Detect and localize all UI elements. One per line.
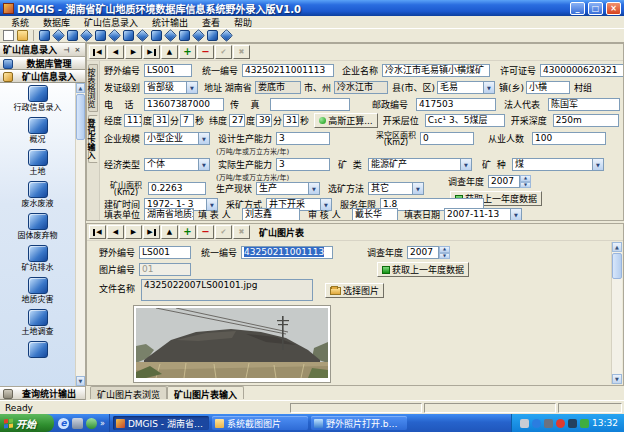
- survey-year-input[interactable]: 2007: [407, 246, 439, 259]
- cert-level-combo[interactable]: 省部级▼: [144, 81, 198, 94]
- open-folder-icon[interactable]: [17, 30, 28, 41]
- tray-icon[interactable]: [520, 419, 529, 428]
- scroll-thumb[interactable]: [76, 94, 85, 140]
- sidebar-item-mine-drainage[interactable]: 矿坑排水: [0, 245, 75, 272]
- tab-picture-browse[interactable]: 矿山图片表浏览: [90, 386, 167, 399]
- quick-launch-icon[interactable]: [86, 418, 97, 429]
- last-record-button[interactable]: ▶: [143, 45, 160, 59]
- lon-deg-input[interactable]: 111: [124, 114, 142, 127]
- scale-combo[interactable]: 小型企业▼: [144, 132, 210, 145]
- mine-area-input[interactable]: 0.2263: [148, 182, 206, 195]
- add-record-button[interactable]: +: [179, 225, 196, 239]
- up-record-button[interactable]: ▲: [161, 225, 178, 239]
- scroll-down-icon[interactable]: ▼: [612, 374, 622, 384]
- close-icon[interactable]: ×: [73, 46, 82, 54]
- start-button[interactable]: 开始: [0, 414, 54, 432]
- company-input[interactable]: 冷水江市毛易镇小横煤矿: [382, 64, 490, 77]
- sidebar-item-overview[interactable]: 概况: [0, 117, 75, 144]
- field-no-input[interactable]: LS001: [139, 246, 191, 259]
- dressing-method-combo[interactable]: 其它▼: [368, 182, 424, 195]
- toolbar-icon-11[interactable]: [179, 30, 190, 41]
- task-screenshots-folder[interactable]: 系统截图图片: [212, 416, 308, 430]
- toolbar-icon-5[interactable]: [95, 30, 106, 41]
- toolbar-icon-13[interactable]: [207, 30, 218, 41]
- toolbar-icon-6[interactable]: [108, 29, 121, 42]
- license-input[interactable]: 4300000620321: [540, 64, 623, 77]
- confirm-record-button[interactable]: ✔: [215, 45, 232, 59]
- postal-input[interactable]: 417503: [416, 98, 496, 111]
- county-combo[interactable]: 毛易▼: [437, 81, 495, 94]
- survey-year-spinner[interactable]: ▲▼: [520, 175, 531, 188]
- menu-help[interactable]: 帮助: [227, 16, 259, 29]
- menu-system[interactable]: 系统: [4, 16, 36, 29]
- menu-database[interactable]: 数据库: [36, 16, 77, 29]
- sidebar-item-solid-waste[interactable]: 固体废弃物: [0, 213, 75, 240]
- lat-min-input[interactable]: 39: [256, 114, 272, 127]
- first-record-button[interactable]: ◀: [89, 45, 106, 59]
- sidebar-group-mine-entry[interactable]: 矿山信息录入: [0, 70, 85, 83]
- menu-statistics-output[interactable]: 统计输出: [145, 16, 195, 29]
- cancel-record-button[interactable]: ✖: [233, 45, 250, 59]
- sidebar-item-partial[interactable]: [0, 341, 75, 358]
- gauss-button[interactable]: 高斯正算...: [314, 113, 378, 128]
- scroll-up-icon[interactable]: ▲: [76, 83, 85, 93]
- sidebar-group-query-output[interactable]: 查询统计输出: [0, 387, 85, 400]
- prev-record-button[interactable]: ◀: [107, 225, 124, 239]
- toolbar-icon-14[interactable]: [220, 29, 233, 42]
- quick-launch-icon[interactable]: [72, 418, 83, 429]
- tray-icon[interactable]: [580, 419, 589, 428]
- mineral-kind-combo[interactable]: 煤▼: [512, 158, 604, 171]
- tray-icon[interactable]: [532, 419, 541, 428]
- cancel-record-button[interactable]: ✖: [233, 225, 250, 239]
- lon-sec-input[interactable]: 7: [180, 114, 194, 127]
- toolbar-icon-3[interactable]: [67, 30, 78, 41]
- delete-record-button[interactable]: −: [197, 225, 214, 239]
- choose-picture-button[interactable]: 选择图片: [325, 283, 384, 298]
- restore-button[interactable]: □: [588, 2, 603, 15]
- toolbar-icon-9[interactable]: [151, 30, 162, 41]
- next-record-button[interactable]: ▶: [125, 45, 142, 59]
- auditor-input[interactable]: 戴长华: [352, 208, 398, 220]
- survey-year-spinner[interactable]: ▲▼: [439, 246, 450, 259]
- up-record-button[interactable]: ▲: [161, 45, 178, 59]
- sidebar-item-admin-info[interactable]: 行政信息录入: [0, 85, 75, 112]
- fill-date-combo[interactable]: 2007-11-13▼: [444, 208, 522, 220]
- fax-input[interactable]: [270, 98, 350, 111]
- field-no-input[interactable]: LS001: [144, 64, 192, 77]
- close-button[interactable]: ×: [606, 2, 621, 15]
- sidebar-item-land[interactable]: 土地: [0, 149, 75, 176]
- toolbar-icon-4[interactable]: [80, 29, 93, 42]
- workers-input[interactable]: 100: [532, 132, 606, 145]
- prev-record-button[interactable]: ◀: [107, 45, 124, 59]
- task-photo-viewer[interactable]: 野外照片打开.bmp -...: [311, 416, 407, 430]
- filler-input[interactable]: 刘志鑫: [242, 208, 300, 220]
- menu-view[interactable]: 查看: [195, 16, 227, 29]
- layer-input[interactable]: C₁c¹ 3、5煤层: [425, 114, 505, 127]
- scroll-down-icon[interactable]: ▼: [76, 376, 85, 386]
- confirm-record-button[interactable]: ✔: [215, 225, 232, 239]
- file-name-input[interactable]: 4325022007LS00101.jpg: [141, 279, 313, 301]
- toolbar-icon-2[interactable]: [52, 29, 65, 42]
- get-prev-year-button[interactable]: 获取上一年度数据: [377, 262, 469, 277]
- add-record-button[interactable]: +: [179, 45, 196, 59]
- lon-min-input[interactable]: 31: [153, 114, 169, 127]
- toolbar-icon-10[interactable]: [164, 29, 177, 42]
- depth-input[interactable]: 250m: [553, 114, 619, 127]
- last-record-button[interactable]: ▶: [143, 225, 160, 239]
- sidebar-item-geo-hazard[interactable]: 地质灾害: [0, 277, 75, 304]
- delete-record-button[interactable]: −: [197, 45, 214, 59]
- toolbar-icon-8[interactable]: [136, 29, 149, 42]
- sidebar-item-wastewater[interactable]: 废水废液: [0, 181, 75, 208]
- minimize-button[interactable]: _: [570, 2, 585, 15]
- unified-no-input[interactable]: 43250211001113: [242, 64, 334, 77]
- toolbar-icon-1[interactable]: [39, 30, 50, 41]
- chevron-right-icon[interactable]: »: [100, 419, 105, 428]
- toolbar-icon-12[interactable]: [192, 29, 205, 42]
- tray-icon[interactable]: [556, 419, 565, 428]
- phone-input[interactable]: 13607387000: [144, 98, 224, 111]
- survey-year-input[interactable]: 2007: [488, 175, 520, 188]
- fill-unit-input[interactable]: 湖南省地质环境: [144, 208, 194, 220]
- town-input[interactable]: 小横: [526, 81, 570, 94]
- sidebar-scrollbar[interactable]: ▲ ▼: [75, 83, 85, 386]
- toolbar-icon-7[interactable]: [123, 30, 134, 41]
